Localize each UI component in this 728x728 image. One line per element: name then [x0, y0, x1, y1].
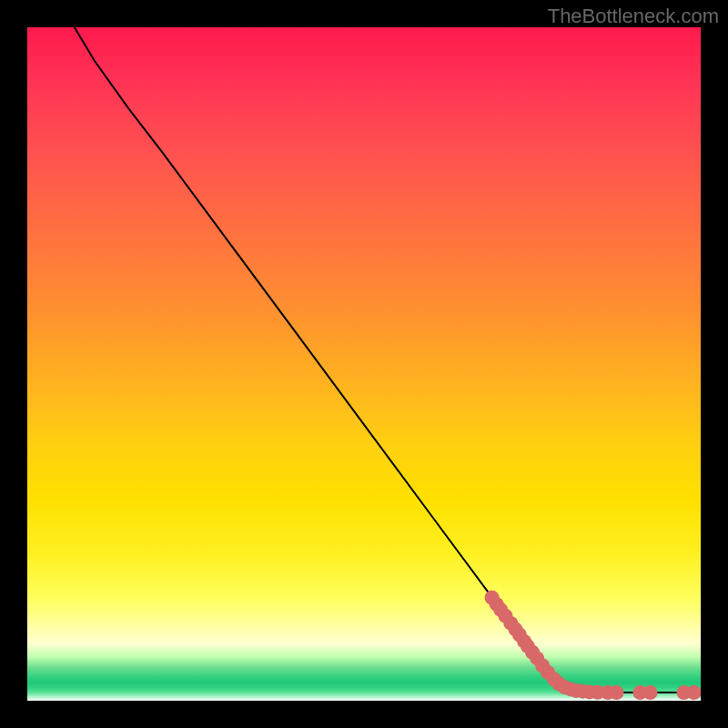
data-point-marker	[687, 685, 701, 700]
data-point-marker	[569, 683, 583, 698]
data-point-marker	[503, 616, 518, 631]
data-point-marker	[493, 602, 508, 617]
data-point-marker	[563, 682, 578, 696]
data-point-marker	[558, 680, 572, 694]
data-point-marker	[490, 597, 504, 612]
data-point-marker	[485, 591, 500, 605]
data-point-marker	[610, 685, 624, 700]
data-point-marker	[552, 677, 567, 692]
data-point-marker	[643, 685, 658, 700]
data-point-marker	[582, 684, 597, 699]
data-point-marker	[530, 651, 544, 665]
data-point-marker	[677, 685, 692, 700]
data-point-marker	[525, 645, 540, 660]
data-point-marker	[541, 665, 555, 680]
data-point-marker	[521, 639, 535, 653]
data-point-marker	[517, 634, 531, 649]
data-point-marker	[512, 627, 527, 642]
plot-area	[27, 27, 701, 701]
data-point-marker	[509, 622, 523, 637]
data-point-marker	[547, 672, 561, 686]
data-point-marker	[601, 685, 615, 700]
chart-svg	[27, 27, 701, 701]
data-point-marker	[591, 685, 605, 700]
curve-layer	[75, 27, 701, 693]
watermark: TheBottleneck.com	[548, 5, 719, 28]
data-point-marker	[535, 659, 550, 673]
bottleneck-curve	[75, 27, 701, 693]
data-point-marker	[632, 685, 647, 700]
data-point-marker	[498, 609, 512, 623]
chart-container: TheBottleneck.com	[0, 0, 728, 728]
marker-layer	[485, 591, 701, 700]
data-point-marker	[576, 684, 591, 699]
